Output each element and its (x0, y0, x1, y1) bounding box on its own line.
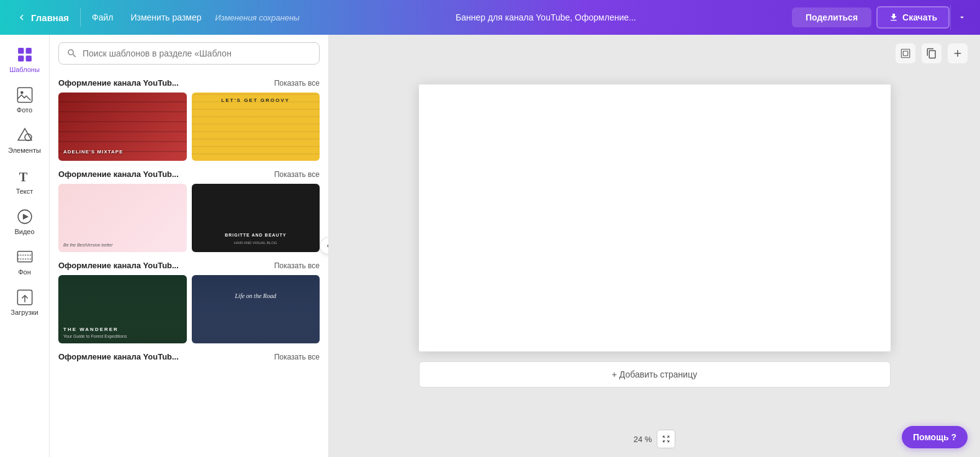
icon-sidebar: Шаблоны Фото Элементы T Текст Видео (0, 35, 50, 457)
expand-button[interactable] (657, 430, 675, 448)
sidebar-item-templates[interactable]: Шаблоны (4, 41, 46, 79)
download-icon (889, 12, 899, 22)
template-item-t5[interactable]: THE WANDERER Your Guide to Forest Expedi… (58, 275, 187, 343)
svg-point-5 (20, 91, 24, 94)
template-grid-3: THE WANDERER Your Guide to Forest Expedi… (58, 275, 320, 343)
svg-rect-3 (25, 56, 31, 61)
templates-scroll: Оформление канала YouTub... Показать все… (50, 72, 328, 457)
zoom-level: 24 % (634, 435, 652, 444)
template-item-t2[interactable]: LET'S GET GROOVY (192, 93, 320, 161)
section-header-2: Оформление канала YouTub... Показать все (58, 170, 320, 179)
svg-rect-2 (18, 56, 24, 61)
text-icon: T (16, 168, 34, 185)
canvas-wrapper[interactable] (419, 84, 891, 351)
file-menu[interactable]: Файл (83, 9, 122, 26)
download-label: Скачать (902, 12, 937, 22)
sidebar-item-background[interactable]: Фон (4, 243, 46, 281)
section-header-4: Оформление канала YouTub... Показать все (58, 352, 320, 361)
show-all-1[interactable]: Показать все (274, 79, 320, 88)
document-title: Баннер для канала YouTube, Оформление... (300, 12, 792, 22)
saved-status: Изменения сохранены (215, 13, 300, 22)
sidebar-label-elements: Элементы (8, 147, 41, 155)
help-label: Помощь ? (913, 432, 956, 442)
sidebar-item-video[interactable]: Видео (4, 203, 46, 241)
search-bar (58, 42, 320, 65)
sidebar-item-photos[interactable]: Фото (4, 81, 46, 119)
show-all-2[interactable]: Показать все (274, 170, 320, 179)
svg-rect-10 (17, 251, 32, 262)
main-layout: Шаблоны Фото Элементы T Текст Видео (0, 35, 980, 457)
section-title-2: Оформление канала YouTub... (58, 170, 179, 179)
section-title-3: Оформление канала YouTub... (58, 261, 179, 270)
copy-tool-button[interactable] (922, 43, 942, 63)
template-item-t6[interactable]: Life on the Road (192, 275, 320, 343)
resize-menu[interactable]: Изменить размер (122, 9, 210, 26)
svg-rect-13 (901, 49, 910, 58)
show-all-4[interactable]: Показать все (274, 353, 320, 361)
svg-text:T: T (19, 170, 27, 183)
photo-icon (16, 86, 34, 104)
download-caret[interactable] (950, 5, 973, 30)
svg-rect-0 (18, 48, 24, 53)
template-item-t4[interactable]: BRIGITTE AND BEAUTY HAIR AND VISUAL BLOG (192, 184, 320, 252)
svg-rect-14 (903, 51, 908, 56)
canvas-area: + Добавить страницу 24 % Помощь ? (329, 35, 980, 457)
grid-icon (16, 46, 34, 63)
expand-icon (662, 435, 670, 443)
frame-icon (900, 48, 911, 59)
video-icon (16, 208, 34, 225)
svg-marker-9 (22, 214, 28, 219)
sidebar-item-uploads[interactable]: Загрузки (4, 284, 46, 322)
sidebar-label-video: Видео (14, 228, 34, 236)
add-tool-button[interactable] (948, 43, 968, 63)
share-button[interactable]: Поделиться (792, 7, 871, 27)
template-grid-1: ADELINE'S MIXTAPE LET'S GET GROOVY (58, 93, 320, 161)
chevron-left-icon (16, 12, 27, 23)
upload-icon (16, 289, 34, 306)
search-icon (66, 48, 78, 59)
divider (80, 8, 81, 27)
template-item-t1[interactable]: ADELINE'S MIXTAPE (58, 93, 187, 161)
sidebar-item-elements[interactable]: Элементы (4, 122, 46, 160)
sidebar-item-text[interactable]: T Текст (4, 163, 46, 201)
sidebar-label-templates: Шаблоны (9, 66, 40, 74)
home-button[interactable]: Главная (7, 8, 78, 27)
templates-panel: Оформление канала YouTub... Показать все… (50, 35, 329, 457)
caret-icon (958, 13, 966, 22)
template-item-t3[interactable]: Be the BestVersion better (58, 184, 187, 252)
home-label: Главная (31, 12, 69, 23)
frame-tool-button[interactable] (896, 43, 915, 63)
elements-icon (16, 127, 34, 144)
background-icon (16, 248, 34, 266)
add-page-label: + Добавить страницу (612, 369, 697, 379)
sidebar-label-text: Текст (16, 188, 34, 196)
add-page-button[interactable]: + Добавить страницу (419, 361, 891, 387)
canvas-toolbar (896, 43, 968, 63)
help-button[interactable]: Помощь ? (902, 426, 968, 448)
show-all-3[interactable]: Показать все (274, 261, 320, 270)
add-icon (952, 48, 963, 59)
canvas-footer: 24 % (634, 430, 676, 448)
sidebar-label-background: Фон (18, 268, 31, 276)
collapse-icon (324, 242, 329, 250)
sidebar-label-uploads: Загрузки (11, 309, 38, 317)
template-grid-2: Be the BestVersion better BRIGITTE AND B… (58, 184, 320, 252)
copy-icon (926, 48, 937, 59)
sidebar-label-photos: Фото (17, 106, 32, 114)
section-header-1: Оформление канала YouTub... Показать все (58, 78, 320, 88)
section-header-3: Оформление канала YouTub... Показать все (58, 261, 320, 270)
section-title-4: Оформление канала YouTub... (58, 352, 179, 361)
search-input[interactable] (83, 48, 312, 58)
download-button[interactable]: Скачать (876, 6, 950, 29)
section-title-1: Оформление канала YouTub... (58, 78, 179, 88)
topbar: Главная Файл Изменить размер Изменения с… (0, 0, 980, 35)
svg-rect-1 (25, 48, 31, 53)
